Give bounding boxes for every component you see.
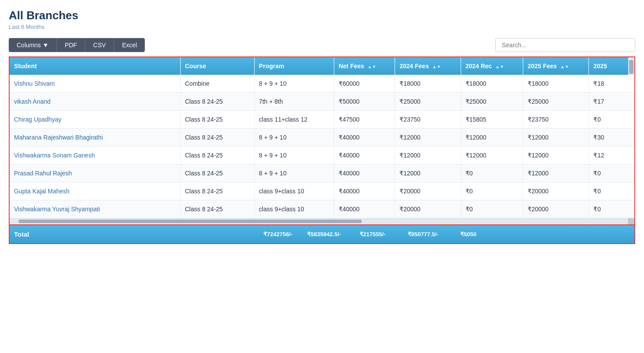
dropdown-icon: ▼: [42, 42, 49, 49]
cell-2024fees: ₹20000: [395, 200, 461, 218]
cell-student: Prasad Rahul Rajesh: [10, 164, 180, 182]
cell-2024rec: ₹15805: [461, 111, 523, 129]
cell-2025: ₹0: [589, 111, 634, 129]
table-row: Chirag Upadhyay Class 8 24-25 class 11+c…: [10, 111, 634, 129]
cell-student: Vishwakarma Sonam Ganesh: [10, 147, 180, 164]
footer-2025-col: ₹5050: [460, 231, 495, 238]
cell-2024rec: ₹12000: [461, 147, 523, 164]
cell-netfees: ₹47500: [334, 111, 395, 129]
pdf-label: PDF: [65, 42, 77, 49]
page-title: All Branches: [9, 9, 635, 22]
footer-2024-rec: ₹217555/-: [360, 231, 408, 238]
excel-label: Excel: [122, 42, 137, 49]
cell-student: Vishwakarma Yuvraj Shyampati: [10, 200, 180, 218]
cell-2025: ₹18: [589, 75, 634, 93]
col-header-student: Student: [10, 57, 180, 75]
cell-student: Vishnu Shivam: [10, 75, 180, 93]
cell-2025: ₹0: [589, 200, 634, 218]
page-subtitle: Last 6 Months: [9, 24, 635, 30]
col-header-2024rec[interactable]: 2024 Rec ▲▼: [461, 57, 523, 75]
cell-2025fees: ₹18000: [523, 75, 588, 93]
horizontal-scrollbar[interactable]: [10, 218, 634, 224]
cell-2025: ₹30: [589, 129, 634, 147]
cell-program: 8 + 9 + 10: [254, 164, 334, 182]
cell-course: Class 8 24-25: [180, 182, 254, 200]
cell-netfees: ₹40000: [334, 200, 395, 218]
cell-program: 8 + 9 + 10: [254, 147, 334, 164]
cell-program: 7th + 8th: [254, 93, 334, 111]
table-row: Vishnu Shivam Combine 8 + 9 + 10 ₹60000 …: [10, 75, 634, 93]
cell-course: Class 8 24-25: [180, 93, 254, 111]
cell-program: 8 + 9 + 10: [254, 75, 334, 93]
search-input[interactable]: [495, 38, 635, 52]
csv-label: CSV: [93, 42, 106, 49]
cell-2024fees: ₹18000: [395, 75, 461, 93]
col-header-netfees[interactable]: Net Fees ▲▼: [334, 57, 395, 75]
cell-2024rec: ₹18000: [461, 75, 523, 93]
col-header-2025: 2025: [589, 57, 634, 75]
cell-2024fees: ₹25000: [395, 93, 461, 111]
cell-2024fees: ₹23750: [395, 111, 461, 129]
cell-2025fees: ₹20000: [523, 200, 588, 218]
sort-icon-2024rec: ▲▼: [495, 64, 504, 69]
cell-student: vikash Anand: [10, 93, 180, 111]
cell-2024rec: ₹0: [461, 200, 523, 218]
sort-icon-netfees: ▲▼: [368, 64, 376, 69]
vertical-scrollbar[interactable]: [628, 57, 634, 75]
cell-netfees: ₹40000: [334, 182, 395, 200]
cell-course: Class 8 24-25: [180, 200, 254, 218]
table-header-row: Student Course Program Net Fees ▲▼: [10, 57, 634, 75]
cell-program: 8 + 9 + 10: [254, 129, 334, 147]
table-row: Gupta Kajal Mahesh Class 8 24-25 class 9…: [10, 182, 634, 200]
cell-2025fees: ₹12000: [523, 129, 588, 147]
pdf-button[interactable]: PDF: [56, 38, 85, 52]
cell-student: Maharana Rajeshwari Bhagirathi: [10, 129, 180, 147]
cell-2024rec: ₹0: [461, 182, 523, 200]
cell-2025fees: ₹25000: [523, 93, 588, 111]
col-header-2025fees[interactable]: 2025 Fees ▲▼: [523, 57, 588, 75]
excel-button[interactable]: Excel: [114, 38, 145, 52]
cell-2025: ₹0: [589, 164, 634, 182]
cell-course: Class 8 24-25: [180, 164, 254, 182]
cell-student: Chirag Upadhyay: [10, 111, 180, 129]
table-row: Maharana Rajeshwari Bhagirathi Class 8 2…: [10, 129, 634, 147]
cell-program: class 9+class 10: [254, 200, 334, 218]
cell-netfees: ₹50000: [334, 93, 395, 111]
col-header-program: Program: [254, 57, 334, 75]
footer-net-fees: ₹7242756/-: [263, 231, 307, 238]
footer-total-label: Total: [14, 231, 263, 238]
cell-2024rec: ₹25000: [461, 93, 523, 111]
col-header-2024fees[interactable]: 2024 Fees ▲▼: [395, 57, 461, 75]
table-row: Prasad Rahul Rajesh Class 8 24-25 8 + 9 …: [10, 164, 634, 182]
cell-2025: ₹0: [589, 182, 634, 200]
cell-2025fees: ₹12000: [523, 147, 588, 164]
col-header-course: Course: [180, 57, 254, 75]
cell-2025fees: ₹20000: [523, 182, 588, 200]
sort-icon-2025fees: ▲▼: [560, 64, 569, 69]
footer-2025-fees: ₹950777.5/-: [408, 231, 460, 238]
cell-2024rec: ₹12000: [461, 129, 523, 147]
h-scroll-thumb: [18, 220, 362, 223]
v-scroll-thumb: [629, 60, 634, 74]
cell-course: Class 8 24-25: [180, 147, 254, 164]
cell-2024fees: ₹12000: [395, 129, 461, 147]
cell-netfees: ₹40000: [334, 164, 395, 182]
cell-course: Class 8 24-25: [180, 129, 254, 147]
cell-2024fees: ₹20000: [395, 182, 461, 200]
cell-student: Gupta Kajal Mahesh: [10, 182, 180, 200]
cell-program: class 11+class 12: [254, 111, 334, 129]
table-row: Vishwakarma Yuvraj Shyampati Class 8 24-…: [10, 200, 634, 218]
table-row: Vishwakarma Sonam Ganesh Class 8 24-25 8…: [10, 147, 634, 164]
cell-2024rec: ₹0: [461, 164, 523, 182]
cell-course: Class 8 24-25: [180, 111, 254, 129]
columns-label: Columns: [17, 42, 41, 49]
cell-netfees: ₹40000: [334, 147, 395, 164]
columns-button[interactable]: Columns ▼: [9, 38, 56, 52]
cell-netfees: ₹60000: [334, 75, 395, 93]
footer-2024-fees: ₹5835942.5/-: [307, 231, 360, 238]
sort-icon-2024fees: ▲▼: [432, 64, 441, 69]
cell-2024fees: ₹12000: [395, 164, 461, 182]
cell-2025: ₹17: [589, 93, 634, 111]
cell-netfees: ₹40000: [334, 129, 395, 147]
csv-button[interactable]: CSV: [85, 38, 114, 52]
